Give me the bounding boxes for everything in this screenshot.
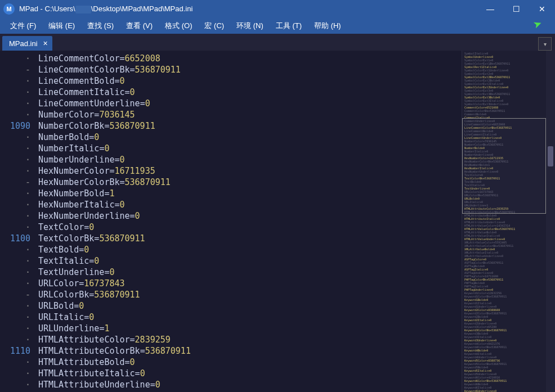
gutter-marker: · [0,154,30,165]
gutter-marker: · [0,75,30,87]
window-title: MPad - C:\Users\\Desktop\MPad\MPad\MPad.… [18,4,477,13]
gutter-marker: · [0,109,30,120]
code-line[interactable]: TextItalic=0 [38,255,462,267]
code-line[interactable]: LineCommentBold=0 [38,75,462,87]
app-icon: M [3,3,15,15]
redacted-username [75,6,91,13]
close-button[interactable]: ✕ [529,0,555,18]
code-line[interactable]: LineCommentColorBk=536870911 [38,64,462,75]
gutter-marker: · [0,300,30,312]
code-line[interactable]: TextColorBk=536870911 [38,233,462,244]
code-line[interactable]: URLItalic=0 [38,312,462,323]
menu-format[interactable]: 格式 (O) [159,19,198,33]
scroll-thumb[interactable] [548,146,553,166]
gutter-marker: · [0,379,30,390]
code-line[interactable]: TextBold=0 [38,244,462,255]
menu-file[interactable]: 文件 (F) [5,19,42,33]
code-line[interactable]: HTMLAttributeColor=2839259 [38,334,462,345]
gutter-marker: 1110 [0,345,30,357]
menu-env[interactable]: 环境 (N) [231,19,269,33]
code-line[interactable]: URLColorBk=536870911 [38,289,462,300]
gutter-marker: 1090 [0,120,30,132]
code-line[interactable]: HexNumberColorBk=536870911 [38,177,462,188]
maximize-button[interactable]: ☐ [503,0,529,18]
code-line[interactable]: TextUnderline=0 [38,267,462,278]
code-area[interactable]: LineCommentColor=6652008LineCommentColor… [35,53,462,392]
gutter-marker: · [0,368,30,379]
code-line[interactable]: NumberUnderline=0 [38,154,462,165]
minimap[interactable]: SymbolItalic=0SymbolUnderline=0SymbolCol… [462,51,546,392]
code-line[interactable]: HTMLAttributeItalic=0 [38,368,462,379]
code-line[interactable]: HTMLAttributeColorBk=536870911 [38,345,462,357]
gutter-marker: · [0,188,30,199]
scrollbar[interactable] [546,51,555,392]
tab-close-icon[interactable]: × [43,39,48,48]
minimize-button[interactable]: — [477,0,503,18]
code-line[interactable]: URLColor=16737843 [38,278,462,289]
gutter-marker: · [0,278,30,289]
tab-dropdown-button[interactable]: ▾ [538,37,552,51]
code-line[interactable]: HexNumberBold=1 [38,188,462,199]
code-line[interactable]: NumberColorBk=536870911 [38,120,462,132]
gutter-marker: 1100 [0,233,30,244]
gutter-marker: · [0,143,30,154]
gutter-marker: · [0,334,30,345]
code-line[interactable]: NumberBold=0 [38,132,462,143]
minimap-viewport[interactable] [462,118,546,214]
menu-help[interactable]: 帮助 (H) [308,19,347,33]
code-line[interactable]: URLUnderline=1 [38,323,462,334]
code-line[interactable]: NumberItalic=0 [38,143,462,154]
menubar: 文件 (F) 编辑 (E) 查找 (S) 查看 (V) 格式 (O) 宏 (C)… [0,18,555,34]
gutter-marker: · [0,244,30,255]
menu-tools[interactable]: 工具 (T) [270,19,307,33]
minimap-line: Keyword6Underline=0 [464,389,544,392]
gutter: ·-····1090····-····1100····-····1110··· [0,53,35,392]
editor[interactable]: ·-····1090····-····1100····-····1110··· … [0,51,462,392]
gutter-marker: · [0,267,30,278]
code-line[interactable]: URLBold=0 [38,300,462,312]
tab-active[interactable]: MPad.ini × [2,36,52,51]
gutter-marker: · [0,210,30,222]
gutter-marker: · [0,132,30,143]
gutter-marker: · [0,199,30,210]
code-line[interactable]: HTMLAttributeUnderline=0 [38,379,462,390]
gutter-marker: · [0,87,30,98]
workspace: ·-····1090····-····1100····-····1110··· … [0,51,555,392]
gutter-marker: · [0,222,30,233]
gutter-marker: · [0,98,30,109]
code-line[interactable]: LineCommentUnderline=0 [38,98,462,109]
code-line[interactable]: HexNumberColor=16711935 [38,165,462,177]
gutter-marker: · [0,165,30,177]
code-line[interactable]: NumberColor=7036145 [38,109,462,120]
code-line[interactable]: LineCommentColor=6652008 [38,53,462,64]
menu-search[interactable]: 查找 (S) [82,19,119,33]
code-line[interactable]: HexNumberUnderline=0 [38,210,462,222]
code-line[interactable]: HexNumberItalic=0 [38,199,462,210]
code-line[interactable]: LineCommentItalic=0 [38,87,462,98]
gutter-marker: · [0,53,30,64]
code-line[interactable]: TextColor=0 [38,222,462,233]
gutter-marker: · [0,312,30,323]
gutter-marker: · [0,323,30,334]
code-line[interactable]: HTMLAttributeBold=0 [38,357,462,368]
gutter-marker: - [0,177,30,188]
menu-edit[interactable]: 编辑 (E) [43,19,80,33]
gutter-marker: - [0,289,30,300]
gutter-marker: · [0,357,30,368]
gutter-marker: · [0,255,30,267]
tab-label: MPad.ini [9,39,38,48]
titlebar: M MPad - C:\Users\\Desktop\MPad\MPad\MPa… [0,0,555,18]
gutter-marker: - [0,64,30,75]
tabbar: MPad.ini × ▾ [0,34,555,51]
menu-view[interactable]: 查看 (V) [120,19,158,33]
menu-macro[interactable]: 宏 (C) [199,19,230,33]
